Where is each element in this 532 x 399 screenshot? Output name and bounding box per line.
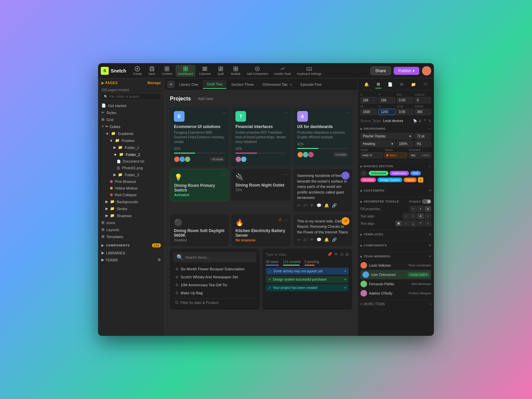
team-add-icon[interactable]: + [429, 254, 431, 259]
card-menu-icon[interactable]: ··· [222, 110, 226, 115]
more-badge[interactable]: +8 more [210, 157, 225, 162]
bell-icon[interactable]: 🔔 [324, 203, 329, 208]
sidebar-item-folder2[interactable]: ▼📁Folder_2 [98, 151, 164, 158]
rp-badges-header[interactable]: ▶ BADGES SECTION ··· [360, 164, 431, 169]
sidebar-item-stroke[interactable]: ▶📁Stroke [98, 205, 164, 212]
search-result[interactable]: ⊕ Scotch Whisky And Newspaper Set [173, 273, 256, 281]
sidebar-item-gradients[interactable]: ▼📁Gradients [98, 130, 164, 137]
tab-section-three[interactable]: Section Three [227, 80, 258, 88]
coord-sin-value[interactable]: 0.00 [397, 97, 413, 103]
more-items-row[interactable]: ≡ MORE ITEMS › [358, 300, 434, 308]
tab-draft-two[interactable]: Draft Two [203, 80, 226, 89]
notif-close-icon[interactable]: × [344, 269, 346, 273]
sidebar-item-layouts[interactable]: ⊞Layouts [98, 226, 164, 233]
grid-action-icon[interactable]: ⊞ [345, 252, 349, 257]
toggle-switch[interactable] [422, 199, 431, 204]
bold-icon[interactable]: B [395, 220, 402, 226]
team-member-onhovered[interactable]: User Onhovered Assign task ▾ [360, 270, 431, 279]
pin-action-icon[interactable]: 📌 [327, 252, 332, 257]
bell-icon[interactable]: 🔔 [363, 81, 370, 88]
sidebar-item-shadows[interactable]: ▶📁Shadows [98, 212, 164, 219]
card-menu-icon[interactable]: ··· [284, 217, 288, 222]
sidebar-item-folder1[interactable]: ▶📁Folder_1 [98, 144, 164, 151]
badge-add-icon[interactable]: + [418, 177, 423, 183]
superscript-icon[interactable]: Tᵀ [417, 220, 424, 226]
coord-y-value[interactable]: 168 [378, 97, 395, 103]
font-size-field[interactable]: 72 pt. [415, 133, 431, 139]
sidebar-teams[interactable]: ▶TEAMS ⚙ [98, 256, 164, 263]
coord-w-value[interactable]: 1600 [360, 109, 377, 115]
sidebar-item-photo[interactable]: 🖼Photo01.png [98, 165, 164, 171]
tab-close-icon[interactable]: × [290, 83, 292, 86]
sidebar-item-pink-blowout[interactable]: Pink Blowout [98, 178, 164, 185]
toolbar-quilt[interactable]: Quilt [214, 65, 227, 77]
rp-components-header[interactable]: ▶ COMPONENTS + [360, 243, 431, 248]
align-right-icon[interactable]: ≡ [417, 213, 424, 219]
badge-desktop[interactable]: Desktop [360, 178, 376, 182]
card-menu-icon[interactable]: ··· [345, 110, 349, 115]
section-menu-icon[interactable]: ··· [428, 164, 431, 169]
share-button[interactable]: Share [370, 66, 391, 75]
sidebar-item-yellow-mellow[interactable]: Yellow Mellow [98, 185, 164, 192]
coord-h-value[interactable]: 1200 [378, 109, 395, 115]
link-icon[interactable]: 🔗 [332, 237, 337, 242]
align-justify-icon[interactable]: ≡ [425, 213, 431, 219]
toolbar-create[interactable]: Create [130, 65, 145, 77]
user-avatar[interactable] [422, 66, 431, 75]
notif-close-icon[interactable]: × [344, 286, 346, 290]
sidebar-item-grid[interactable]: ⊞Grid [98, 116, 164, 123]
sidebar-components[interactable]: ▶COMPONENTS 124 [101, 242, 161, 249]
sidebar-libraries[interactable]: ▶LIBRARIES [98, 249, 164, 256]
badge-screen[interactable]: □ [360, 171, 367, 176]
components-add-icon[interactable]: + [429, 243, 431, 248]
tab-library-one[interactable]: Library One [175, 80, 202, 88]
status-value[interactable]: Warn. [384, 152, 407, 158]
badge-onhovered[interactable]: Onhovered [369, 171, 388, 176]
sidebar-item-red-collapse[interactable]: Red Collapse [98, 192, 164, 198]
badge-application[interactable]: Application [390, 171, 409, 176]
eye-icon[interactable]: 👁 [310, 237, 314, 242]
settings-icon[interactable]: ⚙ [428, 119, 431, 123]
sidebar-search[interactable]: 🔍 File, folder or project [101, 93, 162, 100]
rp-segmented-header[interactable]: ▶ SEGMENTED TOGGLE Disabled [360, 199, 431, 204]
tab-add-button[interactable]: + [167, 81, 175, 88]
notif-close-icon[interactable]: × [344, 278, 346, 281]
style-dropdown[interactable]: Heading ▾ [360, 141, 395, 147]
add-new-button[interactable]: Add new [198, 96, 213, 101]
search-result[interactable]: ⊕ Make Up Bag [173, 289, 256, 297]
monitor-icon[interactable]: 🖥 [418, 119, 422, 123]
format-btn-text[interactable]: A [425, 206, 431, 212]
sidebar-item-icons[interactable]: ⊞Icons [98, 219, 164, 226]
edit-icon[interactable]: ✏ [297, 237, 301, 242]
sidebar-item-get-started[interactable]: 📄Get started [98, 102, 164, 109]
search-input-row[interactable]: 🔍 Search items... [173, 252, 256, 262]
toolbar-dashboard[interactable]: Dashboard [176, 65, 196, 77]
badge-web[interactable]: Web [410, 171, 421, 176]
filter-action-icon[interactable]: ⊡ [340, 252, 343, 257]
sidebar-item-templates[interactable]: ⊞Templates [98, 233, 164, 240]
align-center-icon[interactable]: ≡ [410, 213, 417, 219]
sidebar-item-backgrounds[interactable]: ▶📁Backgrounds [98, 198, 164, 205]
search-result[interactable]: ⊕ Six Month Flower Bouquet Subscription [173, 265, 256, 273]
card-menu-icon[interactable]: ··· [222, 172, 226, 177]
align-left-icon[interactable]: ≡ [403, 213, 409, 219]
tab-onhovered[interactable]: Onhovered Tab × [259, 80, 296, 88]
toolbar-save[interactable]: Save [145, 65, 159, 77]
bell-icon[interactable]: 🔔 [324, 237, 329, 242]
link-icon[interactable]: 🔗 [332, 203, 337, 208]
rp-section-header[interactable]: ▶ DROPDOWNS ··· [360, 126, 431, 131]
toolbar-columns[interactable]: Columns [196, 65, 213, 77]
coord-angle-value[interactable]: 0 [415, 97, 431, 103]
toolbar-keyboard[interactable]: Keyboard Settings [294, 65, 324, 77]
coord-skew-value[interactable]: 360 [415, 109, 431, 115]
sidebar-item-positive[interactable]: ▼📁Positive [98, 137, 164, 144]
badge-design-system[interactable]: Design System [377, 178, 402, 182]
mail-icon[interactable]: ✉ [399, 81, 405, 88]
italic-icon[interactable]: I [403, 220, 409, 226]
eye-icon[interactable]: 👁 [310, 203, 314, 208]
wifi-icon[interactable]: 📡 [413, 119, 417, 123]
checked-value[interactable]: Yes 100% [409, 152, 431, 158]
font-dropdown[interactable]: Playfair Display ▾ [360, 133, 413, 139]
sidebar-item-colors[interactable]: ▼✏Colors [98, 123, 164, 130]
toolbar-autofix[interactable]: Autofix Tools [271, 65, 294, 77]
